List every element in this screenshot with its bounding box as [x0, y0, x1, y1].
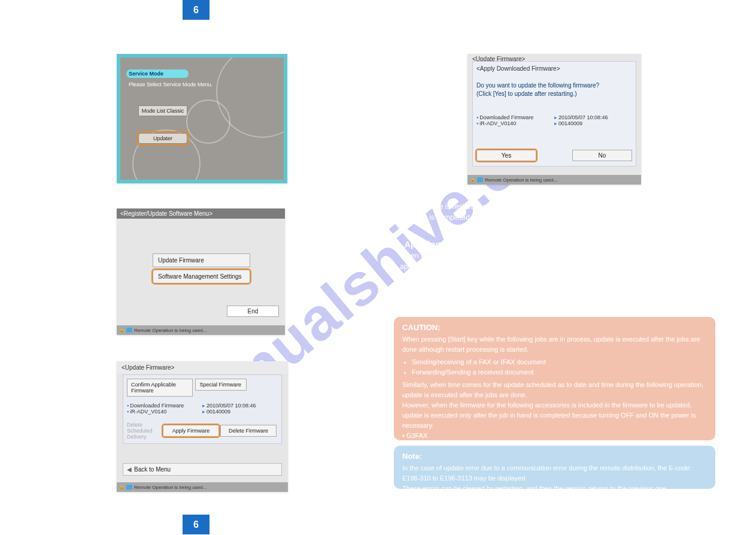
updater-button[interactable]: Updater — [138, 133, 187, 144]
device-model-4: iR-ADV_V0140 — [479, 120, 516, 126]
note-body: In the case of update error due to a com… — [402, 463, 707, 494]
monitor-icon — [126, 328, 132, 333]
firmware-timestamp-4: 2010/05/07 10:08:46 — [558, 114, 608, 120]
service-mode-panel: Service Mode Please Select Service Mode … — [120, 58, 284, 180]
downloaded-firmware-label-3: Downloaded Firmware — [130, 403, 184, 409]
downloaded-firmware-label-4: Downloaded Firmware — [479, 114, 533, 120]
subsection-number-box: 6 — [183, 515, 210, 534]
delete-scheduled-delivery-label: Delete Scheduled Delivery — [127, 422, 162, 440]
update-firmware-button[interactable]: Update Firmware — [153, 253, 250, 267]
service-mode-instruction: Please Select Service Mode Menu. — [129, 81, 212, 87]
status-text-4: Remote Operation is being used... — [485, 177, 557, 183]
firmware-timestamp-3: 2010/05/07 10:08:46 — [207, 403, 256, 409]
software-management-settings-button[interactable]: Software Management Settings — [153, 270, 250, 283]
step-6-text: 6) The device is restarted and the downl… — [400, 201, 717, 223]
service-mode-badge: Service Mode — [126, 69, 189, 78]
apply-firmware-button[interactable]: Apply Firmware — [163, 425, 219, 437]
status-footer-2: 🔒 Remote Operation is being used... — [117, 325, 285, 335]
apply-firmware-dialog: <Apply Downloaded Firmware> Do you want … — [472, 61, 636, 167]
figure-label-4: F-6-16 — [549, 189, 568, 197]
note-box: Note: In the case of update error due to… — [394, 446, 715, 489]
caution-title: CAUTION: — [402, 323, 707, 332]
screenshot-register-update-menu: <Register/Update Software Menu> Update F… — [117, 208, 285, 335]
page-header-right: Version Upgrade via CDS — [656, 5, 738, 13]
update-firmware-title: <Update Firmware> — [117, 361, 288, 374]
end-button[interactable]: End — [227, 306, 279, 317]
mode-list-classic-button[interactable]: Mode List Classic — [138, 105, 187, 116]
register-menu-title: <Register/Update Software Menu> — [117, 208, 285, 219]
status-text-3: Remote Operation is being used... — [134, 485, 207, 490]
figure-label-1: F-6-13 — [192, 186, 211, 193]
subsection-b-body: When the assigned date and time comes, t… — [400, 250, 723, 304]
update-firmware-panel: Confirm Applicable Firmware Special Firm… — [123, 374, 282, 444]
status-footer-4: 🔒 Remote Operation is being used... — [467, 175, 641, 185]
monitor-icon-3 — [126, 485, 132, 489]
yes-button[interactable]: Yes — [476, 150, 536, 161]
screenshot-update-firmware: <Update Firmware> Confirm Applicable Fir… — [117, 361, 288, 492]
section-title: Updater — [215, 5, 247, 15]
apply-firmware-message: Do you want to update the following firm… — [476, 81, 632, 98]
section-number-box: 6 — [183, 0, 210, 20]
screenshot-service-mode: Service Mode Please Select Service Mode … — [117, 54, 287, 183]
step-2-text: 2) Press [Updater] button. (The button n… — [108, 37, 429, 48]
step-3-text: 3) Press [Software Management Settings] … — [108, 198, 265, 208]
firmware-id-4: 00140009 — [558, 120, 582, 126]
step-4-text: 4) Press [Apply Firmware] button. — [108, 351, 214, 362]
delete-firmware-button[interactable]: Delete Firmware — [220, 425, 277, 437]
status-text-2: Remote Operation is being used... — [134, 328, 207, 333]
figure-label-2: F-6-14 — [192, 339, 211, 346]
lock-icon-3: 🔒 — [119, 485, 125, 489]
monitor-icon-4 — [477, 177, 483, 182]
back-to-menu-button[interactable]: ◀Back to Menu — [123, 463, 282, 476]
figure-label-3: F-6-15 — [197, 496, 216, 503]
no-button[interactable]: No — [572, 150, 632, 161]
firmware-id-3: 00140009 — [207, 409, 230, 415]
step-5-text: 5) Confirm the firmware to be applied an… — [400, 37, 593, 48]
subsection-title: Updater — [215, 519, 247, 530]
screenshot-apply-firmware-dialog: <Update Firmware> <Apply Downloaded Firm… — [467, 54, 641, 185]
confirm-applicable-firmware-button[interactable]: Confirm Applicable Firmware — [127, 379, 193, 397]
lock-icon-4: 🔒 — [470, 177, 475, 182]
subsection-b-title: b. Applying the firmware distributed on … — [395, 238, 658, 251]
device-model-3: iR-ADV_V0140 — [130, 409, 166, 415]
caution-box: CAUTION: When pressing [Start] key while… — [394, 317, 715, 440]
lock-icon: 🔒 — [119, 328, 125, 333]
status-footer-3: 🔒 Remote Operation is being used... — [117, 482, 288, 492]
back-to-menu-label: Back to Menu — [134, 466, 171, 473]
note-title: Note: — [402, 452, 707, 461]
caution-body: When pressing [Start] key while the foll… — [402, 334, 707, 462]
apply-firmware-dialog-title: <Apply Downloaded Firmware> — [476, 65, 632, 72]
special-firmware-button[interactable]: Special Firmware — [195, 379, 247, 391]
